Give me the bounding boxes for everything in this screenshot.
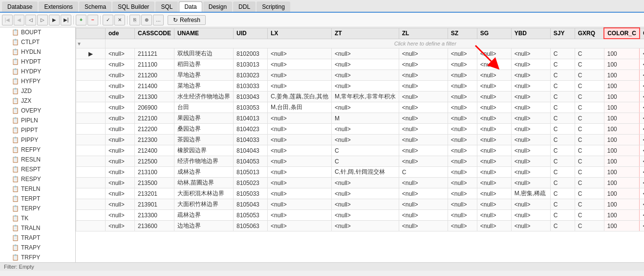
tab-data[interactable]: Data bbox=[179, 1, 202, 12]
cell-uid[interactable]: 8104023 bbox=[234, 124, 268, 135]
header-gxrq[interactable]: GXRQ bbox=[575, 28, 604, 39]
cell-code[interactable]: <null> bbox=[106, 102, 135, 113]
cell-uname[interactable]: 边地边界 bbox=[174, 221, 234, 231]
tab-sql-builder[interactable]: SQL Builder bbox=[112, 1, 154, 12]
cell-uname[interactable]: 经济作物地边界 bbox=[174, 156, 234, 167]
cell-sjy[interactable]: C bbox=[550, 199, 575, 210]
cell-zt[interactable]: <null> bbox=[332, 221, 399, 231]
cell-zl[interactable]: <null> bbox=[399, 178, 448, 188]
cell-sjy[interactable]: C bbox=[550, 188, 575, 199]
cell-code[interactable]: <null> bbox=[106, 59, 135, 70]
nav-prev2-btn[interactable]: ◁ bbox=[25, 15, 36, 25]
sidebar-item-pipln[interactable]: 📋PIPLN bbox=[0, 115, 75, 125]
cell-zt[interactable]: C bbox=[332, 156, 399, 167]
tab-scripting[interactable]: Scripting bbox=[257, 1, 290, 12]
cell-zt[interactable]: <null> bbox=[332, 188, 399, 199]
header-lx[interactable]: LX bbox=[268, 28, 332, 39]
nav-add-btn[interactable]: + bbox=[76, 15, 86, 25]
cell-uname[interactable]: 果园边界 bbox=[174, 113, 234, 124]
cell-gxrq[interactable]: C bbox=[575, 145, 604, 156]
cell-gxrq[interactable]: C bbox=[575, 113, 604, 124]
cell-color_c[interactable]: 100 bbox=[604, 81, 640, 92]
cell-code[interactable]: <null> bbox=[106, 92, 135, 102]
sidebar-item-ovepy[interactable]: 📋OVEPY bbox=[0, 106, 75, 115]
cell-code[interactable]: <null> bbox=[106, 48, 135, 59]
cell-casscode[interactable]: 211400 bbox=[135, 81, 174, 92]
cell-color_c[interactable]: 100 bbox=[604, 113, 640, 124]
cell-uname[interactable]: 双线田埂右边 bbox=[174, 48, 234, 59]
cell-zl[interactable]: <null> bbox=[399, 156, 448, 167]
header-casscode[interactable]: CASSCODE bbox=[135, 28, 174, 39]
cell-gxrq[interactable]: C bbox=[575, 188, 604, 199]
header-zt[interactable]: ZT bbox=[332, 28, 399, 39]
tab-sql[interactable]: SQL bbox=[155, 1, 178, 12]
cell-casscode[interactable]: 213100 bbox=[135, 167, 174, 178]
cell-color_k[interactable]: <null> bbox=[640, 124, 644, 135]
sidebar-item-hydpt[interactable]: 📋HYDPT bbox=[0, 57, 75, 67]
cell-lx[interactable]: <null> bbox=[268, 59, 332, 70]
cell-lx[interactable]: <null> bbox=[268, 113, 332, 124]
cell-sz[interactable]: <null> bbox=[448, 92, 477, 102]
sidebar-item-respy[interactable]: 📋RESPY bbox=[0, 174, 75, 184]
cell-code[interactable]: <null> bbox=[106, 156, 135, 167]
cell-color_k[interactable]: <null> bbox=[640, 135, 644, 145]
cell-color_k[interactable]: <null> bbox=[640, 59, 644, 70]
cell-gxrq[interactable]: C bbox=[575, 156, 604, 167]
cell-ybd[interactable]: <null> bbox=[511, 102, 550, 113]
cell-uname[interactable]: 水生经济作物地边界 bbox=[174, 92, 234, 102]
cell-code[interactable]: <null> bbox=[106, 210, 135, 221]
header-ybd[interactable]: YBD bbox=[511, 28, 550, 39]
cell-sjy[interactable]: C bbox=[550, 178, 575, 188]
cell-sz[interactable]: <null> bbox=[448, 70, 477, 81]
cell-color_c[interactable]: 100 bbox=[604, 102, 640, 113]
sidebar-item-terpy[interactable]: 📋TERPY bbox=[0, 204, 75, 213]
nav-more-btn[interactable]: … bbox=[153, 15, 164, 25]
cell-sg[interactable]: <null> bbox=[477, 113, 511, 124]
cell-casscode[interactable]: 212400 bbox=[135, 145, 174, 156]
cell-color_c[interactable]: 100 bbox=[604, 124, 640, 135]
cell-color_k[interactable]: <null> bbox=[640, 81, 644, 92]
cell-uid[interactable]: 8105043 bbox=[234, 199, 268, 210]
cell-ybd[interactable]: <null> bbox=[511, 145, 550, 156]
cell-casscode[interactable]: 212100 bbox=[135, 113, 174, 124]
cell-lx[interactable]: <null> bbox=[268, 167, 332, 178]
cell-sjy[interactable]: C bbox=[550, 221, 575, 231]
cell-zt[interactable]: <null> bbox=[332, 199, 399, 210]
table-row[interactable]: <null>212300茶园边界8104033<null><null><null… bbox=[76, 135, 644, 145]
cell-casscode[interactable]: 212200 bbox=[135, 124, 174, 135]
cell-sg[interactable]: <null> bbox=[477, 135, 511, 145]
cell-sjy[interactable]: C bbox=[550, 113, 575, 124]
sidebar-item-hydln[interactable]: 📋HYDLN bbox=[0, 47, 75, 57]
cell-ybd[interactable]: <null> bbox=[511, 70, 550, 81]
cell-color_c[interactable]: 100 bbox=[604, 48, 640, 59]
sidebar-item-trapt[interactable]: 📋TRAPT bbox=[0, 233, 75, 243]
cell-casscode[interactable]: 211300 bbox=[135, 92, 174, 102]
cell-uid[interactable]: 8103023 bbox=[234, 70, 268, 81]
cell-code[interactable]: <null> bbox=[106, 188, 135, 199]
cell-uname[interactable]: 台田 bbox=[174, 102, 234, 113]
nav-prev-btn[interactable]: ◀ bbox=[14, 15, 24, 25]
cell-ybd[interactable]: <null> bbox=[511, 59, 550, 70]
cell-color_k[interactable]: <null> bbox=[640, 48, 644, 59]
cell-sz[interactable]: <null> bbox=[448, 135, 477, 145]
cell-casscode[interactable]: 213201 bbox=[135, 188, 174, 199]
cell-uid[interactable]: 8102003 bbox=[234, 48, 268, 59]
cell-code[interactable]: <null> bbox=[106, 167, 135, 178]
cell-zt[interactable]: <null> bbox=[332, 135, 399, 145]
cell-code[interactable]: <null> bbox=[106, 199, 135, 210]
sidebar-item-hyfpy[interactable]: 📋HYFPY bbox=[0, 76, 75, 86]
cell-sg[interactable]: <null> bbox=[477, 48, 511, 59]
cell-zt[interactable]: C bbox=[332, 145, 399, 156]
sidebar-item-pippy[interactable]: 📋PIPPY bbox=[0, 135, 75, 145]
cell-zl[interactable]: <null> bbox=[399, 92, 448, 102]
table-row[interactable]: <null>213600边地边界8105063<null><null><null… bbox=[76, 221, 644, 231]
cell-uname[interactable]: 大面积混木林边界 bbox=[174, 188, 234, 199]
cell-color_c[interactable]: 100 bbox=[604, 135, 640, 145]
cell-sjy[interactable]: C bbox=[550, 92, 575, 102]
cell-gxrq[interactable]: C bbox=[575, 70, 604, 81]
header-zl[interactable]: ZL bbox=[399, 28, 448, 39]
cell-lx[interactable]: <null> bbox=[268, 124, 332, 135]
header-uid[interactable]: UID bbox=[234, 28, 268, 39]
cell-color_k[interactable]: <null> bbox=[640, 102, 644, 113]
cell-sz[interactable]: <null> bbox=[448, 221, 477, 231]
